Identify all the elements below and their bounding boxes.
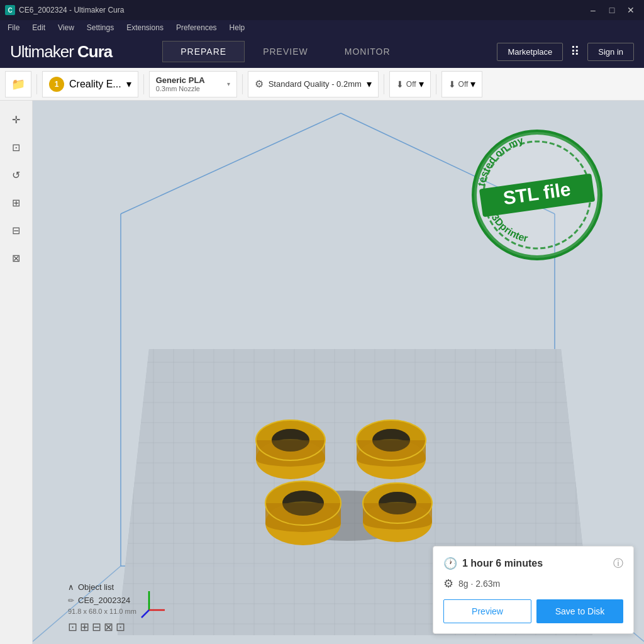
material-selector[interactable]: Generic PLA 0.3mm Nozzle ▾ — [149, 71, 237, 97]
app-icon: C — [5, 5, 15, 15]
object-dimensions: 91.8 x 68.0 x 11.0 mm — [68, 608, 194, 615]
collapse-icon[interactable]: ∧ — [68, 582, 74, 592]
adhesion-icon: ⬇ — [448, 79, 456, 89]
svg-point-21 — [372, 429, 410, 452]
material-usage-row: ⚙ 8g · 2.63m — [443, 577, 623, 591]
main-viewport-area: ✛ ⊡ ↺ ⊞ ⊟ ⊠ — [0, 101, 644, 644]
object-list-item: ✏ CE6_2002324 — [68, 596, 194, 605]
tab-monitor[interactable]: MONITOR — [326, 41, 409, 62]
tool-icon-4[interactable]: ⊠ — [104, 620, 113, 634]
material-info: Generic PLA 0.3mm Nozzle — [156, 75, 205, 92]
toolbar-divider-5 — [436, 74, 436, 94]
menu-view[interactable]: View — [55, 22, 77, 33]
object-name: CE6_2002324 — [78, 596, 130, 605]
info-icon[interactable]: ⓘ — [613, 557, 623, 570]
print-time: 1 hour 6 minutes — [462, 558, 543, 569]
tool-custom[interactable]: ⊠ — [5, 247, 28, 269]
object-list-label: Object list — [78, 582, 114, 592]
object-list-panel: ∧ Object list ✏ CE6_2002324 91.8 x 68.0 … — [68, 582, 194, 634]
signin-button[interactable]: Sign in — [587, 43, 634, 61]
menu-extensions[interactable]: Extensions — [124, 22, 166, 33]
material-name: Generic PLA — [156, 75, 205, 85]
title-bar: C CE6_2002324 - Ultimaker Cura – □ ✕ — [0, 0, 644, 20]
menu-preferences[interactable]: Preferences — [174, 22, 219, 33]
tool-mirror[interactable]: ⊞ — [5, 191, 28, 214]
left-sidebar: ✛ ⊡ ↺ ⊞ ⊟ ⊠ — [0, 101, 33, 644]
logo-light: Ultimaker — [10, 42, 74, 61]
object-list-header: ∧ Object list — [68, 582, 194, 592]
3d-viewport[interactable]: tested on my STL file 3Dprinter 🕐 1 hour… — [33, 101, 644, 644]
support-chevron-icon: ▾ — [419, 78, 424, 90]
toolbar-divider-1 — [36, 74, 37, 94]
bottom-actions: Preview Save to Disk — [443, 599, 623, 623]
save-to-disk-button[interactable]: Save to Disk — [536, 599, 623, 623]
window-title: CE6_2002324 - Ultimaker Cura — [19, 6, 124, 14]
menu-settings[interactable]: Settings — [84, 22, 116, 33]
menu-help[interactable]: Help — [227, 22, 248, 33]
support-selector[interactable]: ⬇ Off ▾ — [389, 71, 431, 97]
time-left: 🕐 1 hour 6 minutes — [443, 557, 543, 570]
minimize-button[interactable]: – — [585, 2, 601, 18]
marketplace-button[interactable]: Marketplace — [497, 43, 563, 61]
toolbar-divider-4 — [384, 74, 384, 94]
support-icon: ⬇ — [396, 79, 404, 89]
printer-chevron-icon: ▾ — [126, 78, 131, 90]
svg-point-31 — [379, 492, 416, 514]
menu-file[interactable]: File — [5, 22, 22, 33]
stl-stamp: tested on my STL file 3Dprinter — [468, 126, 606, 264]
svg-point-26 — [282, 491, 324, 516]
nav-tabs: PREPARE PREVIEW MONITOR — [162, 41, 408, 62]
filament-icon: ⚙ — [443, 577, 453, 591]
support-label-1: Off — [406, 80, 416, 89]
toolbar-divider-3 — [242, 74, 243, 94]
adhesion-chevron-icon: ▾ — [470, 78, 475, 90]
logo-bold: Cura — [77, 42, 112, 61]
tool-move[interactable]: ✛ — [5, 108, 28, 131]
tool-icon-5[interactable]: ⊡ — [116, 620, 125, 634]
grid-icon[interactable]: ⠿ — [570, 44, 580, 59]
window-controls: – □ ✕ — [585, 2, 639, 18]
clock-icon: 🕐 — [443, 557, 457, 570]
close-button[interactable]: ✕ — [623, 2, 639, 18]
tool-icon-2[interactable]: ⊞ — [80, 620, 89, 634]
bottom-tool-icons: ⊡ ⊞ ⊟ ⊠ ⊡ — [68, 620, 194, 634]
nav-right: Marketplace ⠿ Sign in — [497, 43, 634, 61]
time-row: 🕐 1 hour 6 minutes ⓘ — [443, 557, 623, 570]
open-folder-button[interactable]: 📁 — [5, 71, 31, 97]
printer-selector[interactable]: 1 Creality E... ▾ — [42, 71, 138, 97]
printer-name: Creality E... — [69, 79, 121, 90]
menu-edit[interactable]: Edit — [30, 22, 48, 33]
adhesion-selector[interactable]: ⬇ Off ▾ — [441, 71, 483, 97]
tool-scale[interactable]: ⊡ — [5, 136, 28, 158]
toolbar: 📁 1 Creality E... ▾ Generic PLA 0.3mm No… — [0, 68, 644, 101]
folder-icon: 📁 — [11, 77, 25, 91]
preview-button[interactable]: Preview — [443, 599, 531, 623]
toolbar-divider-2 — [143, 74, 144, 94]
printer-badge: 1 — [49, 77, 64, 92]
tool-rotate[interactable]: ↺ — [5, 164, 28, 186]
edit-icon: ✏ — [68, 596, 74, 605]
maximize-button[interactable]: □ — [604, 2, 620, 18]
quality-selector[interactable]: ⚙ Standard Quality - 0.2mm ▾ — [248, 71, 379, 97]
support-label-2: Off — [458, 80, 469, 89]
tool-support[interactable]: ⊟ — [5, 219, 28, 242]
top-nav: Ultimaker Cura PREPARE PREVIEW MONITOR M… — [0, 35, 644, 68]
svg-point-16 — [272, 429, 309, 452]
svg-line-3 — [121, 113, 341, 214]
tab-preview[interactable]: PREVIEW — [245, 41, 326, 62]
quality-icon: ⚙ — [255, 78, 264, 90]
material-chevron-icon: ▾ — [227, 80, 230, 87]
tool-icon-1[interactable]: ⊡ — [68, 620, 77, 634]
menu-bar: File Edit View Settings Extensions Prefe… — [0, 20, 644, 35]
tool-icon-3[interactable]: ⊟ — [92, 620, 101, 634]
quality-chevron-icon: ▾ — [367, 78, 372, 90]
material-sub: 0.3mm Nozzle — [156, 85, 205, 92]
material-usage: 8g · 2.63m — [458, 579, 500, 589]
bottom-info-panel: 🕐 1 hour 6 minutes ⓘ ⚙ 8g · 2.63m Previe… — [433, 546, 634, 634]
tab-prepare[interactable]: PREPARE — [162, 41, 245, 62]
quality-text: Standard Quality - 0.2mm — [269, 79, 362, 89]
app-logo: Ultimaker Cura — [10, 42, 112, 62]
